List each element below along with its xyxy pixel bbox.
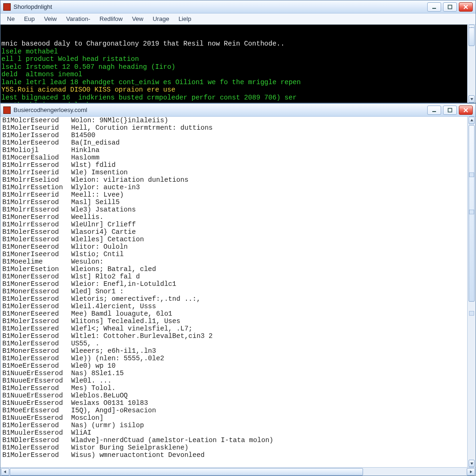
list-row[interactable]: B1MolerEsserodWletoris; omerectivef:,.tn…	[2, 295, 476, 303]
scroll-track[interactable]	[10, 468, 466, 476]
row-value: Wistor Buring Seielprasklene)	[71, 444, 188, 451]
list-row[interactable]: B1MolerEsetionWleions; Batral, cled	[2, 265, 476, 273]
listing-hscrollbar[interactable]	[0, 467, 476, 476]
window-title: Shorlopdnlight	[13, 3, 427, 10]
menu-item[interactable]: Urage	[148, 13, 173, 24]
scroll-up-icon[interactable]	[469, 117, 475, 124]
list-row[interactable]: B1MonerEsserodWleior: Enefl,in-Lotuldlc1	[2, 280, 476, 288]
list-row[interactable]: B1MonerEseerodWlitor: Ouloln	[2, 243, 476, 251]
list-row[interactable]: B1MolcrEseerodWolon: 9NMlc(}inlaleiis)	[2, 117, 476, 124]
list-row[interactable]: B1MolerEsserodWisus) wmneruactontiont De…	[2, 451, 476, 459]
svg-rect-7	[448, 108, 452, 112]
row-value: I5Q), Angd]-oResacion	[71, 407, 156, 414]
menu-item[interactable]: Lielp	[174, 13, 196, 24]
maximize-button[interactable]	[443, 106, 457, 115]
list-row[interactable]: B1MuulerEsserodWliAI	[2, 429, 476, 436]
menu-item[interactable]: Redlifow	[95, 13, 127, 24]
list-row[interactable]: B1MolerEsserodWlelles] Cetaction	[2, 236, 476, 243]
list-row[interactable]: B1MolerEsserodNas) (urmr) isilop	[2, 422, 476, 429]
menu-item[interactable]: Veiw	[40, 13, 61, 24]
scroll-down-icon[interactable]	[469, 460, 475, 467]
list-row[interactable]: B1MolerEsserodWleil.4lercient, Usss	[2, 303, 476, 310]
row-key: B1MonerEsserod	[2, 273, 71, 280]
list-row[interactable]: B1MoliojlHinklna	[2, 146, 476, 154]
row-key: B1MonerEserrod	[2, 213, 71, 221]
scroll-thumb[interactable]	[10, 468, 363, 476]
list-row[interactable]: B1MolrrEsserodWle3) Jsatations	[2, 206, 476, 213]
list-row[interactable]: B1MonerEsserodWled] Snor1 :	[2, 288, 476, 295]
terminal-vscrollbar[interactable]	[467, 25, 476, 103]
scroll-thumb[interactable]	[469, 27, 475, 46]
menu-item[interactable]: Vew	[127, 13, 148, 24]
minimize-button[interactable]	[427, 2, 441, 12]
titlebar[interactable]: Shorlopdnlight	[0, 0, 476, 13]
list-row[interactable]: B1MonerIseerodWlstio; Cntil	[2, 251, 476, 258]
list-row[interactable]: B1MolerEsserodWltle1: Cottoher.BurlevalB…	[2, 332, 476, 340]
list-row[interactable]: B1NuueErEsserodWeslaxs O0131 10l83	[2, 399, 476, 407]
list-row[interactable]: B1MonerEsserodWleeers; e6h-il1,.ln3	[2, 347, 476, 355]
list-row[interactable]: B1NuueErEsserodNas) 8Sle1.15	[2, 370, 476, 377]
list-row[interactable]: B1MoeelimeWesulon:	[2, 258, 476, 265]
list-row[interactable]: B1MolerEsserodWle)) (nlen: 5555,.0le2	[2, 355, 476, 362]
svg-marker-5	[470, 98, 473, 100]
list-row[interactable]: B1MolrrEseliodWleion: vilriation dunleti…	[2, 176, 476, 184]
list-row[interactable]: B1MoeErEsserodWle0) wp 10	[2, 362, 476, 370]
list-row[interactable]: B1MolrrEseeridMeell:: Lvee)	[2, 191, 476, 198]
minimize-button[interactable]	[427, 106, 441, 115]
row-key: B1MolerIseurid	[2, 124, 71, 132]
list-row[interactable]: B1MolerEsserodWlasori4} Cartie	[2, 228, 476, 236]
list-row[interactable]: B1MolerEsserodMes) Tolol.	[2, 384, 476, 392]
menu-item[interactable]: Eup	[20, 13, 40, 24]
list-row[interactable]: B1MocerEsaliodHaslomm	[2, 154, 476, 161]
list-row[interactable]: B1NuueErEsserodMosclon]	[2, 414, 476, 422]
listing-vscrollbar[interactable]	[467, 117, 476, 467]
terminal-line: lselc Irstomet 12 0.507 nagh heading (Ii…	[1, 63, 475, 71]
list-row[interactable]: B1MolerEsserodUS55, .	[2, 340, 476, 347]
titlebar[interactable]: Busiercodhengerloesy.coml	[0, 104, 476, 117]
list-row[interactable]: B1MolrrEsserodWlst) fdlid	[2, 161, 476, 169]
list-row[interactable]: B1NDlerEsserodWladve]-nnerdCtuad (amelst…	[2, 436, 476, 444]
list-row[interactable]: B1MoeErEsserodI5Q), Angd]-oResacion	[2, 407, 476, 414]
text-listing[interactable]: B1MolcrEseerodWolon: 9NMlc(}inlaleiis)B1…	[0, 117, 476, 467]
list-row[interactable]: B1MolerIsserodB14500	[2, 132, 476, 139]
row-value: Wltle1: Cottoher.BurlevalBet,cin3 2	[71, 332, 213, 340]
list-row[interactable]: B1MolerEsserodWistor Buring Seielpraskle…	[2, 444, 476, 451]
row-key: B1MolrrEsserod	[2, 198, 71, 206]
menu-item[interactable]: Ne	[2, 13, 20, 24]
scroll-left-icon[interactable]	[1, 468, 9, 476]
list-row[interactable]: B1MolerIseuridHell, Corution iermtrment:…	[2, 124, 476, 132]
list-row[interactable]: B1MolrrIseeridWle) Imsention	[2, 169, 476, 176]
close-button[interactable]	[459, 106, 473, 115]
scroll-marker	[469, 311, 474, 316]
row-key: B1NuueErEsserod	[2, 399, 71, 407]
list-row[interactable]: B1MonerEseeredMee) Bamdl louagute, 6lo1	[2, 310, 476, 317]
list-row[interactable]: B1MolerEsseredWlefl<; Wheal vinelsfiel, …	[2, 325, 476, 332]
scroll-marker	[469, 210, 474, 214]
row-key: B1Moliojl	[2, 146, 71, 154]
row-key: B1MolrrIseerid	[2, 169, 71, 176]
list-row[interactable]: B1MolerEseerodBa(In_edisad	[2, 139, 476, 146]
list-row[interactable]: B1MonerEserrodWeellis.	[2, 213, 476, 221]
row-value: Wle3) Jsatations	[71, 206, 136, 213]
list-row[interactable]: B1MolrrEsserodMasl] Seill5	[2, 198, 476, 206]
maximize-button[interactable]	[443, 2, 457, 12]
list-row[interactable]: B1MonerEsserodWlst] Rlto2 fal d	[2, 273, 476, 280]
row-value: Mes) Tolol.	[71, 384, 116, 392]
terminal-output[interactable]: mnic baseood daly to Chargonatlony 2019 …	[0, 25, 476, 103]
row-value: Meell:: Lvee)	[71, 191, 124, 198]
scroll-right-icon[interactable]	[467, 468, 475, 476]
row-value: Haslomm	[71, 154, 99, 161]
list-row[interactable]: B1MolerIsserodWlitons] Teclealed.l1, Use…	[2, 317, 476, 325]
row-key: B1MolrrEseliod	[2, 176, 71, 184]
menu-item[interactable]: Varation-	[61, 13, 95, 24]
scroll-down-icon[interactable]	[469, 95, 475, 103]
list-row[interactable]: B1MolrrEssetionWlylor: aucte-in3	[2, 184, 476, 191]
list-row[interactable]: B1MolrrEsserodWleUlnr] Crlieff	[2, 221, 476, 228]
row-value: Wle0l. ...	[71, 377, 112, 384]
list-row[interactable]: B1NuueErEsserodWleblos.BeLuOQ	[2, 392, 476, 399]
list-row[interactable]: B1NuueErEsserodWle0l. ...	[2, 377, 476, 384]
row-key: B1MolerEsserod	[2, 228, 71, 236]
close-button[interactable]	[459, 2, 473, 12]
terminal-line: lsele mothabel	[1, 48, 475, 56]
row-key: B1MolerEsserod	[2, 422, 71, 429]
